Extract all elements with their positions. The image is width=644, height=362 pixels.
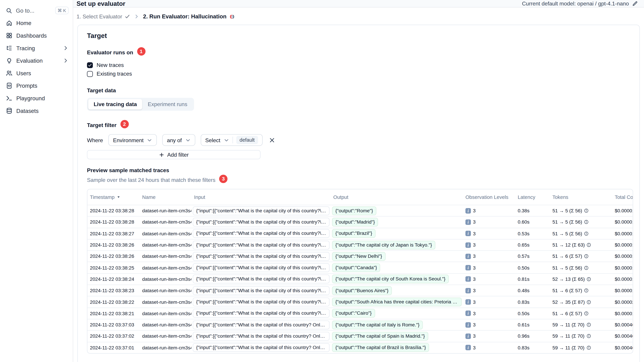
filter-operator-select[interactable]: any of (162, 134, 195, 146)
input-cell[interactable]: {"input":[{"content":"What is the capita… (193, 241, 330, 249)
timestamp-cell: 2024-11-22 03:38:28 (88, 217, 140, 228)
edit-model-button[interactable] (632, 0, 638, 7)
checkbox-existing-traces[interactable]: Existing traces (87, 69, 631, 78)
table-row[interactable]: 2024-11-22 03:38:21dataset-run-item-cm3s… (88, 308, 633, 319)
sidebar-item-datasets[interactable]: Datasets (0, 104, 73, 117)
plus-icon (159, 152, 164, 157)
table-row[interactable]: 2024-11-22 03:38:23dataset-run-item-cm3s… (88, 285, 633, 296)
name-cell: dataset-run-item-cm3s4 (140, 262, 192, 273)
column-header-input[interactable]: Input (192, 194, 331, 200)
input-cell[interactable]: {"input":[{"content":"What is the capita… (193, 286, 330, 295)
name-cell: dataset-run-item-cm3s4 (140, 297, 192, 308)
sidebar-item-dashboards[interactable]: Dashboards (0, 29, 73, 42)
input-cell[interactable]: {"input":[{"content":"What is the capita… (193, 343, 330, 352)
name-cell: dataset-run-item-cm3s4 (140, 274, 192, 285)
input-cell[interactable]: {"input":[{"content":"What is the capita… (193, 218, 330, 227)
observation-level-count: 3 (473, 243, 476, 247)
output-cell[interactable]: {"output":"The capital of Italy is Rome.… (332, 321, 423, 329)
output-cell[interactable]: {"output":"Madrid"} (332, 218, 378, 227)
tokens-cell: 59 → 11 (Σ 70) (550, 342, 612, 353)
table-row[interactable]: 2024-11-22 03:38:28dataset-run-item-cm3s… (88, 216, 633, 228)
output-cell[interactable]: {"output":"Rome"} (332, 206, 376, 215)
input-cell-wrap: {"input":[{"content":"What is the capita… (192, 251, 331, 262)
output-cell[interactable]: {"output":"The capital of Spain is Madri… (332, 332, 428, 341)
name-cell: dataset-run-item-cm3s4 (140, 217, 192, 228)
total-cost-value: $0.00046 (615, 334, 633, 339)
input-cell-wrap: {"input":[{"content":"What is the capita… (192, 308, 331, 319)
input-cell[interactable]: {"input":[{"content":"What is the capita… (193, 332, 330, 341)
column-header-total-cost[interactable]: Total Cost (612, 194, 633, 200)
input-cell-wrap: {"input":[{"content":"What is the capita… (192, 297, 331, 308)
page-title: Set up evaluator (76, 0, 125, 7)
column-header-tokens[interactable]: Tokens (550, 194, 612, 200)
latency-cell: 0.53s (515, 228, 550, 239)
name-cell: dataset-run-item-cm3s4 (140, 342, 192, 353)
output-cell-wrap: {"output":"The capital of Brazil is Bras… (331, 342, 463, 353)
table-row[interactable]: 2024-11-22 03:38:26dataset-run-item-cm3s… (88, 251, 633, 262)
checkbox-checked-icon (87, 62, 93, 68)
output-cell[interactable]: {"output":"The capital city of South Kor… (332, 275, 449, 284)
column-header-name[interactable]: Name (140, 194, 192, 200)
sidebar-item-playground[interactable]: Playground (0, 92, 73, 104)
info-icon (586, 345, 591, 350)
latency-cell: 0.83s (515, 342, 550, 353)
filter-column-select[interactable]: Environment (108, 134, 157, 146)
search-icon (6, 7, 12, 14)
input-cell[interactable]: {"input":[{"content":"What is the capita… (193, 275, 330, 284)
input-cell[interactable]: {"input":[{"content":"What is the capita… (193, 252, 330, 261)
chevron-right-icon (134, 14, 139, 19)
table-row[interactable]: 2024-11-22 03:38:28dataset-run-item-cm3s… (88, 205, 633, 216)
add-filter-button[interactable]: Add filter (87, 150, 261, 159)
name-cell: dataset-run-item-cm3s4 (140, 251, 192, 262)
total-cost-cell: $0.00046 (612, 342, 633, 353)
input-cell[interactable]: {"input":[{"content":"What is the capita… (193, 298, 330, 307)
table-row[interactable]: 2024-11-22 03:38:24dataset-run-item-cm3s… (88, 273, 633, 285)
table-row[interactable]: 2024-11-22 03:38:27dataset-run-item-cm3s… (88, 228, 633, 239)
tokens-value: 59 → 11 (Σ 70) (552, 334, 584, 339)
remove-filter-button[interactable] (269, 137, 275, 143)
input-cell[interactable]: {"input":[{"content":"What is the capita… (193, 321, 330, 329)
home-icon (6, 19, 12, 26)
tab-experiment-runs[interactable]: Experiment runs (142, 99, 193, 109)
sidebar-item-home[interactable]: Home (0, 17, 73, 29)
tab-live-tracing-data[interactable]: Live tracing data (88, 99, 142, 109)
column-header-observation-levels[interactable]: Observation Levels (463, 194, 515, 200)
content: Target Evaluator runs on 1 New tracesExi… (73, 25, 644, 362)
input-cell[interactable]: {"input":[{"content":"What is the capita… (193, 309, 330, 318)
sidebar-item-prompts[interactable]: Prompts (0, 79, 73, 92)
table-row[interactable]: 2024-11-22 03:37:02dataset-run-item-cm3s… (88, 330, 633, 342)
input-cell[interactable]: {"input":[{"content":"What is the capita… (193, 206, 330, 215)
table-row[interactable]: 2024-11-22 03:38:25dataset-run-item-cm3s… (88, 262, 633, 273)
sidebar-item-users[interactable]: Users (0, 67, 73, 79)
tokens-value: 51 → 5 (Σ 56) (552, 208, 582, 213)
filter-value-select[interactable]: Select default (200, 134, 262, 146)
column-header-timestamp[interactable]: Timestamp (88, 194, 140, 200)
input-cell[interactable]: {"input":[{"content":"What is the capita… (193, 229, 330, 238)
table-row[interactable]: 2024-11-22 03:37:03dataset-run-item-cm3s… (88, 319, 633, 330)
output-cell[interactable]: {"output":"Buenos Aires"} (332, 286, 392, 295)
timestamp-cell: 2024-11-22 03:38:21 (88, 308, 140, 319)
output-cell[interactable]: {"output":"Brazil"} (332, 229, 376, 238)
observation-levels-cell: i3 (463, 217, 515, 228)
table-row[interactable]: 2024-11-22 03:38:22dataset-run-item-cm3s… (88, 296, 633, 308)
table-row[interactable]: 2024-11-22 03:37:01dataset-run-item-cm3s… (88, 342, 633, 353)
output-cell[interactable]: {"output":"New Delhi"} (332, 252, 386, 261)
column-header-output[interactable]: Output (331, 194, 463, 200)
output-cell[interactable]: {"output":"Cairo"} (332, 309, 375, 318)
sidebar-item-tracing[interactable]: Tracing (0, 42, 73, 54)
output-cell[interactable]: {"output":"Canada"} (332, 263, 380, 272)
output-cell[interactable]: {"output":"The capital city of Japan is … (332, 241, 435, 249)
output-cell[interactable]: {"output":"The capital of Brazil is Bras… (332, 343, 429, 352)
input-cell[interactable]: {"input":[{"content":"What is the capita… (193, 263, 330, 272)
sort-desc-icon (116, 195, 121, 199)
sidebar-item-label: Home (16, 20, 69, 26)
sidebar-item-evaluation[interactable]: Evaluation (0, 54, 73, 67)
total-cost-value: $0.000011 (615, 254, 633, 259)
tokens-value: 51 → 5 (Σ 56) (552, 231, 582, 236)
column-header-latency[interactable]: Latency (515, 194, 550, 200)
goto-search[interactable]: Go to... ⌘ K (0, 4, 73, 17)
checkbox-new-traces[interactable]: New traces (87, 61, 631, 69)
breadcrumb-step-1[interactable]: 1. Select Evaluator (76, 13, 130, 20)
output-cell[interactable]: {"output":"South Africa has three capita… (332, 298, 462, 307)
table-row[interactable]: 2024-11-22 03:38:26dataset-run-item-cm3s… (88, 239, 633, 251)
